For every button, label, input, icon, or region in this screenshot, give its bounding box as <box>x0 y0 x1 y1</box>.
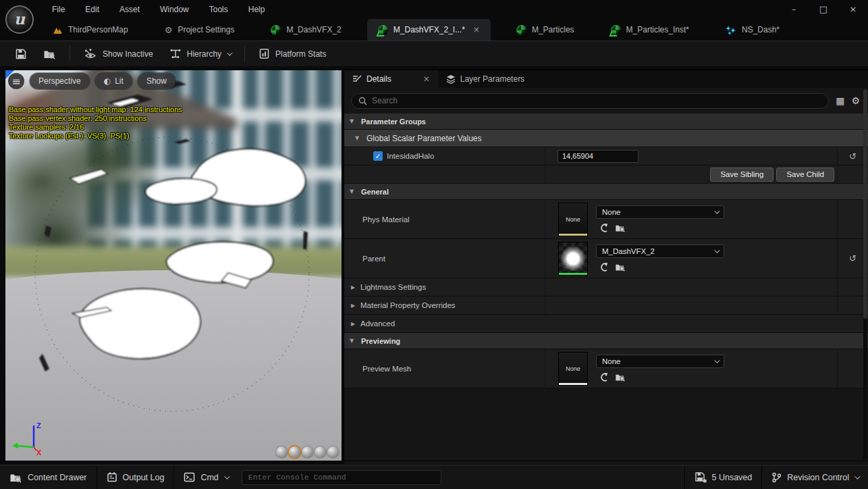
save-icon <box>15 48 27 60</box>
advanced-row[interactable]: ▶ Advanced <box>344 315 868 333</box>
browse-to-asset-button[interactable] <box>615 262 626 272</box>
details-tab-close-icon[interactable]: × <box>423 74 430 84</box>
save-sibling-button[interactable]: Save Sibling <box>710 168 774 182</box>
browse-to-asset-button[interactable] <box>615 372 626 382</box>
preview-shape-custom-mesh-button[interactable] <box>327 446 339 458</box>
browse-to-asset-button[interactable] <box>35 41 64 66</box>
menu-file[interactable]: File <box>42 0 75 19</box>
preview-shape-plane-button[interactable] <box>302 446 313 458</box>
tab-details[interactable]: Details × <box>344 70 438 88</box>
menu-bar: u File Edit Asset Window Tools Help – □ … <box>0 0 868 19</box>
tab-m-dashvfx-2[interactable]: M_DashVFX_2 <box>260 19 352 41</box>
show-inactive-button[interactable]: Show Inactive <box>76 41 161 66</box>
menu-tools[interactable]: Tools <box>199 0 238 19</box>
caret-right-icon: ▶ <box>350 303 356 309</box>
menu-asset[interactable]: Asset <box>109 0 150 19</box>
phys-material-thumbnail[interactable]: None <box>558 203 588 236</box>
tab-close-icon[interactable]: × <box>473 25 480 34</box>
parent-value-cell: M_DashVFX_2 <box>545 239 837 278</box>
preview-mesh-name-cell: Preview Mesh <box>344 349 545 388</box>
platform-stats-button[interactable]: Platform Stats <box>250 41 334 66</box>
menu-window[interactable]: Window <box>150 0 199 19</box>
menu-help[interactable]: Help <box>238 0 275 19</box>
close-button[interactable]: × <box>838 0 868 19</box>
parent-material-thumbnail[interactable] <box>558 242 588 276</box>
lit-sphere-icon: ◐ <box>104 76 111 86</box>
parent-material-dropdown[interactable]: M_DashVFX_2 <box>596 244 724 258</box>
tab-ns-dash[interactable]: NS_Dash* <box>715 19 790 41</box>
preview-shape-cylinder-button[interactable] <box>276 446 288 458</box>
cmd-selector-button[interactable]: Cmd <box>174 465 237 489</box>
chevron-down-icon <box>224 473 229 479</box>
parent-row: Parent M_DashVFX_2 <box>344 239 868 278</box>
group-global-scalar-parameter-values[interactable]: ▼ Global Scalar Parameter Values <box>344 130 868 147</box>
content-drawer-button[interactable]: Content Drawer <box>0 465 97 489</box>
console-command-input[interactable] <box>248 473 435 482</box>
use-selected-asset-button[interactable] <box>599 372 609 382</box>
display-filter-icon[interactable]: ▦ <box>836 95 844 106</box>
preview-shape-sphere-button[interactable] <box>289 446 300 458</box>
tab-m-particles-inst[interactable]: M_Particles_Inst* <box>600 19 700 41</box>
material-preview-viewport[interactable]: ≡ Perspective ◐ Lit Show Base pass shade… <box>5 70 342 461</box>
preview-mesh-thumbnail[interactable]: None <box>558 352 588 386</box>
show-label: Show <box>146 76 167 86</box>
thumbnail-none-label: None <box>566 365 580 372</box>
stat-line: Texture Lookups (Est.): VS(3), PS(1) <box>9 132 182 140</box>
use-selected-asset-button[interactable] <box>599 223 609 233</box>
empty-value-cell <box>545 278 837 296</box>
tab-layer-parameters[interactable]: Layer Parameters <box>438 70 533 88</box>
maximize-button[interactable]: □ <box>809 0 838 19</box>
main-menu: File Edit Asset Window Tools Help <box>42 0 275 19</box>
lit-mode-button[interactable]: ◐ Lit <box>95 73 132 89</box>
details-search-row: ▦ ⚙ <box>344 88 868 113</box>
viewport-menu-button[interactable]: ≡ <box>8 73 24 89</box>
category-label: Parameter Groups <box>361 118 426 126</box>
save-button[interactable] <box>7 41 35 66</box>
search-input[interactable] <box>372 96 821 105</box>
tab-project-settings[interactable]: ⚙ Project Settings <box>154 19 246 41</box>
menu-edit[interactable]: Edit <box>75 0 109 19</box>
use-selected-asset-button[interactable] <box>599 262 609 272</box>
phys-material-dropdown[interactable]: None <box>596 205 724 219</box>
layer-parameters-tab-label: Layer Parameters <box>460 74 524 84</box>
category-general[interactable]: ▼ General <box>344 184 868 200</box>
param-value-input[interactable] <box>558 150 639 163</box>
chevron-down-icon <box>227 50 232 55</box>
collapsed-name-cell: ▶ Lightmass Settings <box>344 278 545 296</box>
lightmass-settings-row[interactable]: ▶ Lightmass Settings <box>344 278 868 297</box>
material-property-overrides-row[interactable]: ▶ Material Property Overrides <box>344 297 868 315</box>
details-scrollbar[interactable] <box>863 89 867 459</box>
browse-to-asset-button[interactable] <box>615 223 626 233</box>
perspective-button[interactable]: Perspective <box>30 73 90 89</box>
output-log-button[interactable]: Output Log <box>97 465 174 489</box>
category-previewing[interactable]: ▼ Previewing <box>344 333 868 349</box>
view-options-gear-icon[interactable]: ⚙ <box>851 95 860 106</box>
details-doc-icon <box>352 74 362 84</box>
tab-label: NS_Dash* <box>742 25 780 34</box>
param-override-checkbox[interactable]: ✓ <box>373 151 383 161</box>
reset-to-default-icon[interactable]: ↺ <box>849 253 857 263</box>
category-parameter-groups[interactable]: ▼ Parameter Groups <box>344 113 868 130</box>
tab-label: M_DashVFX_2_I...* <box>394 25 465 34</box>
console-command-box[interactable] <box>242 470 441 485</box>
unsaved-assets-button[interactable]: ✱ 5 Unsaved <box>685 465 762 489</box>
preview-mesh-dropdown[interactable]: None <box>596 355 724 368</box>
search-box[interactable] <box>351 93 829 109</box>
tab-label: M_Particles_Inst* <box>626 25 689 34</box>
reset-to-default-icon[interactable]: ↺ <box>849 151 857 161</box>
tab-m-dashvfx-2-inst-active[interactable]: M_DashVFX_2_I...* × <box>367 19 491 41</box>
tab-m-particles[interactable]: M_Particles <box>506 19 585 41</box>
save-child-button[interactable]: Save Child <box>776 168 834 182</box>
perspective-label: Perspective <box>38 76 81 86</box>
revision-control-button[interactable]: Revision Control <box>762 465 868 489</box>
preview-shape-cube-button[interactable] <box>315 446 326 458</box>
chevron-down-icon <box>714 208 720 213</box>
parent-name-cell: Parent <box>344 239 545 278</box>
scrollbar-thumb[interactable] <box>863 89 867 319</box>
show-menu-button[interactable]: Show <box>138 73 175 89</box>
minimize-button[interactable]: – <box>779 0 809 19</box>
axis-gizmo: Z X <box>11 419 49 457</box>
stat-line: Base pass shader without light map: 124 … <box>9 105 182 114</box>
hierarchy-button[interactable]: Hierarchy <box>161 41 239 66</box>
tab-thirdpersonmap[interactable]: ThirdPersonMap <box>42 19 139 41</box>
